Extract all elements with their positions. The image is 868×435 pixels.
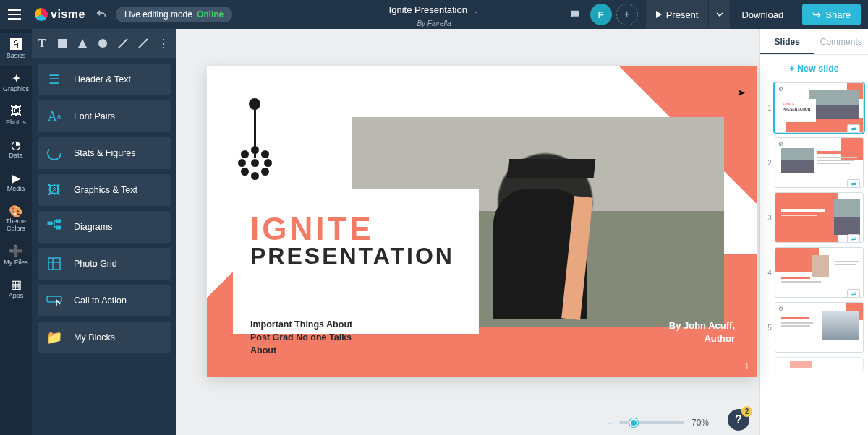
comments-button[interactable] — [564, 4, 586, 25]
zoom-minus-icon[interactable]: – — [607, 418, 612, 428]
thumb-settings-icon[interactable]: ⚙ — [778, 141, 783, 147]
basics-icon: 🅰 — [0, 38, 32, 52]
thumb-row-3: 3 ⚙ ⇄ — [765, 192, 864, 243]
block-graphics-text[interactable]: 🖼 Graphics & Text — [38, 174, 171, 206]
thumbnail-panel: Slides Comments + New slide 1 ⚙ IGNITE P… — [760, 29, 868, 435]
header-text-icon: ☰ — [45, 70, 64, 89]
share-label: Share — [825, 9, 851, 20]
rail-theme-colors[interactable]: 🎨 Theme Colors — [0, 199, 32, 240]
block-call-to-action[interactable]: Call to Action — [38, 285, 171, 316]
block-label: Font Pairs — [74, 111, 115, 121]
rail-apps[interactable]: ▦ Apps — [0, 273, 32, 306]
canvas[interactable]: IGNITE PRESENTATION Important Things Abo… — [176, 29, 760, 435]
transition-icon[interactable]: ⇄ — [847, 289, 860, 298]
svg-marker-1 — [78, 39, 87, 48]
thumb-row-4: 4 ⚙ ⇄ — [765, 247, 864, 298]
user-avatar[interactable]: F — [590, 4, 612, 25]
rail-basics[interactable]: 🅰 Basics — [0, 33, 32, 66]
block-label: Header & Text — [74, 74, 131, 85]
left-rail: 🅰 Basics ✦ Graphics 🖼 Photos ◔ Data ▶ Me… — [0, 29, 32, 435]
share-icon: ↪ — [812, 9, 821, 20]
more-tools[interactable]: ⋮ — [153, 29, 174, 58]
help-button[interactable]: ? 2 — [728, 409, 749, 431]
rail-data[interactable]: ◔ Data — [0, 133, 32, 166]
content-blocks-list: ☰ Header & Text Aa Font Pairs Stats & Fi… — [32, 58, 176, 435]
thumb-settings-icon[interactable]: ⚙ — [778, 86, 783, 92]
rail-label: Graphics — [0, 85, 32, 92]
graphics-text-icon: 🖼 — [45, 181, 64, 199]
rail-photos[interactable]: 🖼 Photos — [0, 100, 32, 133]
title-dropdown-icon[interactable]: ⌄ — [473, 7, 479, 14]
thumbnail-2[interactable]: ⚙ ⇄ — [775, 137, 864, 188]
document-title[interactable]: Ignite Presentation — [389, 4, 467, 15]
thumb-settings-icon[interactable]: ⚙ — [778, 306, 783, 312]
thumb-number: 1 — [765, 104, 772, 112]
new-slide-button[interactable]: + New slide — [760, 55, 868, 82]
my-blocks-icon: 📁 — [45, 328, 64, 347]
block-stats-figures[interactable]: Stats & Figures — [38, 137, 171, 169]
block-label: Graphics & Text — [74, 185, 137, 195]
transition-icon[interactable]: ⇄ — [847, 234, 860, 243]
thumb-row-5: 5 ⚙ — [765, 302, 864, 353]
square-tool[interactable] — [52, 29, 72, 58]
present-options-dropdown[interactable] — [708, 0, 730, 29]
tab-slides[interactable]: Slides — [760, 29, 814, 54]
block-header-text[interactable]: ☰ Header & Text — [38, 64, 171, 95]
hamburger-menu[interactable] — [0, 0, 29, 29]
present-button[interactable]: Present — [646, 0, 709, 29]
thumbnail-3[interactable]: ⚙ ⇄ — [775, 192, 864, 243]
block-my-blocks[interactable]: 📁 My Blocks — [38, 322, 171, 353]
apps-icon: ▦ — [0, 277, 32, 292]
zoom-thumb[interactable] — [629, 418, 638, 427]
thumbnail-5[interactable]: ⚙ — [775, 302, 864, 353]
slide-byline[interactable]: By John Acuff, Author — [669, 319, 735, 345]
text-tool[interactable]: T — [32, 29, 52, 58]
block-photo-grid[interactable]: Photo Grid — [38, 248, 171, 280]
draw-tool[interactable] — [133, 29, 153, 58]
editing-mode-pill[interactable]: Live editing mode Online — [116, 7, 232, 22]
grad-cap-icon — [507, 159, 596, 178]
download-button[interactable]: Download — [730, 0, 795, 29]
share-button[interactable]: ↪ Share — [802, 4, 861, 25]
rail-my-files[interactable]: ➕ My Files — [0, 240, 32, 273]
brand-logo[interactable]: visme — [35, 8, 85, 21]
line-tool[interactable] — [113, 29, 133, 58]
zoom-slider[interactable] — [619, 421, 684, 424]
files-icon: ➕ — [0, 244, 32, 259]
slide-title-line1[interactable]: IGNITE — [250, 211, 374, 247]
shape-tool-row: T ⋮ — [32, 29, 176, 58]
block-font-pairs[interactable]: Aa Font Pairs — [38, 100, 171, 132]
block-label: Stats & Figures — [74, 148, 135, 158]
editing-mode-label: Live editing mode — [124, 9, 192, 20]
thumbnail-1[interactable]: ⚙ IGNITE PRESENTATION ⇄ — [775, 82, 864, 133]
block-label: Photo Grid — [74, 259, 117, 269]
thumbnail-list[interactable]: 1 ⚙ IGNITE PRESENTATION ⇄ 2 ⚙ — [760, 82, 868, 435]
rail-graphics[interactable]: ✦ Graphics — [0, 66, 32, 100]
rail-label: Basics — [0, 52, 32, 59]
slide-subtitle[interactable]: Important Things About Post Grad No one … — [250, 318, 366, 357]
block-label: Diagrams — [74, 222, 113, 232]
decor-dot — [249, 98, 260, 110]
document-author: By Fiorella — [417, 20, 451, 27]
play-icon — [656, 11, 662, 18]
thumbnail-6[interactable] — [775, 357, 864, 371]
transition-icon[interactable]: ⇄ — [847, 124, 860, 133]
slide-1[interactable]: IGNITE PRESENTATION Important Things Abo… — [207, 66, 757, 377]
transition-icon[interactable]: ⇄ — [847, 179, 860, 188]
circle-tool[interactable] — [93, 29, 113, 58]
slide-title-line2[interactable]: PRESENTATION — [250, 243, 454, 270]
tab-comments[interactable]: Comments — [814, 29, 869, 54]
block-diagrams[interactable]: Diagrams — [38, 211, 171, 243]
add-collaborator-button[interactable]: + — [616, 4, 638, 25]
undo-button[interactable] — [93, 6, 110, 23]
rail-label: Photos — [0, 119, 32, 126]
thumb-number: 2 — [765, 159, 772, 167]
font-pairs-icon: Aa — [45, 107, 64, 126]
decor-flower-icon — [238, 146, 273, 181]
rail-media[interactable]: ▶ Media — [0, 166, 32, 199]
thumbnail-4[interactable]: ⚙ ⇄ — [775, 247, 864, 298]
stats-icon — [45, 144, 64, 163]
triangle-tool[interactable] — [72, 29, 93, 58]
diagrams-icon — [45, 218, 64, 236]
rail-label: Media — [0, 185, 32, 192]
